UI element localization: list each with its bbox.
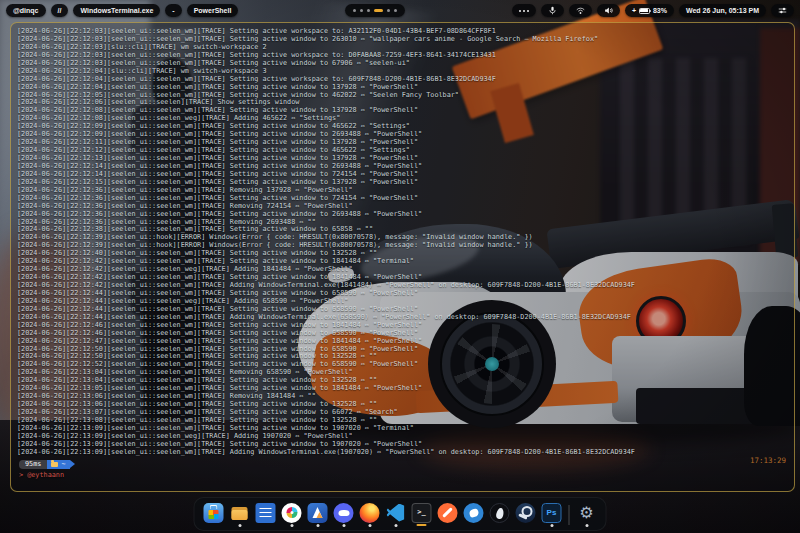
dock-item-store[interactable] (203, 503, 225, 527)
terminal-log-line: [2024-06-26][22:12:05][seelen_ui::seelen… (17, 92, 794, 100)
terminal-window[interactable]: [2024-06-26][22:12:03][seelen_ui::seelen… (10, 22, 795, 492)
workspace-dot[interactable] (360, 9, 363, 12)
terminal-log-line: [2024-06-26][22:13:09][seelen_ui::seelen… (17, 441, 794, 449)
terminal-log-line: [2024-06-26][22:12:36][seelen_ui::seelen… (17, 203, 794, 211)
toolbar-app-label: WindowsTerminal.exe (80, 7, 153, 14)
terminal-log-line: [2024-06-26][22:12:09][seelen_ui::seelen… (17, 123, 794, 131)
dock-item-postman[interactable] (437, 503, 459, 527)
dock-item-terminal[interactable]: >_ (411, 503, 433, 527)
workspace-dot[interactable] (374, 9, 383, 12)
prompt-symbol: > (19, 471, 23, 479)
desktop: @dinqc // WindowsTerminal.exe - PowerShe… (0, 0, 800, 533)
terminal-log-line: [2024-06-26][22:13:04][seelen_ui::seelen… (17, 369, 794, 377)
terminal-log-line: [2024-06-26][22:12:39][seelen_ui::hook][… (17, 242, 794, 250)
shell-prompt: 95ms ~ (19, 460, 794, 469)
quick-settings-button[interactable] (771, 4, 794, 17)
terminal-log-line: [2024-06-26][22:13:09][seelen_ui::seelen… (17, 433, 794, 441)
terminal-log-line: [2024-06-26][22:12:44][seelen_ui::seelen… (17, 298, 794, 306)
toolbar-app-pill-user[interactable]: @dinqc (6, 4, 46, 17)
terminal-log-line: [2024-06-26][22:12:03][seelen_ui::seelen… (17, 52, 794, 60)
terminal-log-line: [2024-06-26][22:12:39][seelen_ui::hook][… (17, 234, 794, 242)
workspace-switcher[interactable] (345, 4, 405, 17)
dock-item-arc[interactable] (307, 503, 329, 527)
tray-overflow-button[interactable] (512, 4, 536, 17)
slack-icon (282, 503, 302, 523)
terminal-log-line: [2024-06-26][22:13:06][seelen_ui::seelen… (17, 401, 794, 409)
prompt-path-badge: ~ (47, 460, 70, 469)
dock-item-paint[interactable] (463, 503, 485, 527)
obsidian-icon (490, 503, 510, 523)
volume-button[interactable] (597, 4, 620, 17)
workspace-dot[interactable] (367, 9, 370, 12)
toolbar-app-pill-process[interactable]: WindowsTerminal.exe (73, 4, 160, 17)
powerline-arrow-icon (70, 460, 75, 468)
workspace-dot[interactable] (387, 9, 390, 12)
prompt-user-line: > @eythaann (19, 471, 794, 479)
dock-item-photoshop[interactable]: Ps (541, 503, 563, 527)
dock-item-vscode[interactable] (385, 503, 407, 527)
dock-item-obsidian[interactable] (489, 503, 511, 527)
dock-item-firefox[interactable] (359, 503, 381, 527)
terminal-log-line: [2024-06-26][22:12:06][seelen_ui::seelen… (17, 99, 794, 107)
arc-icon (308, 503, 328, 523)
settings-icon (577, 503, 597, 523)
terminal-log-line: [2024-06-26][22:12:52][seelen_ui::seelen… (17, 361, 794, 369)
dock-item-slack[interactable] (281, 503, 303, 527)
dock-item-settings[interactable] (576, 503, 598, 527)
wifi-button[interactable] (569, 4, 592, 17)
datetime-button[interactable]: Wed 26 Jun, 05:13 PM (679, 4, 766, 17)
dock-item-discord[interactable] (333, 503, 355, 527)
toolbar-app-pill-sep2[interactable]: - (165, 4, 181, 17)
app-icon-glyph: >_ (417, 509, 425, 516)
terminal-log-line: [2024-06-26][22:12:04][seelen_ui::seelen… (17, 84, 794, 92)
toolbar-app-label: PowerShell (194, 7, 232, 14)
vscode-icon (386, 503, 406, 523)
running-indicator (472, 524, 475, 527)
terminal-log-line: [2024-06-26][22:12:03][seelen_ui::seelen… (17, 60, 794, 68)
terminal-log-line: [2024-06-26][22:13:07][seelen_ui::seelen… (17, 409, 794, 417)
photoshop-icon: Ps (542, 503, 562, 523)
terminal-log-line: [2024-06-26][22:12:36][seelen_ui::seelen… (17, 187, 794, 195)
terminal-log-line: [2024-06-26][22:12:03][seelen_ui::seelen… (17, 36, 794, 44)
terminal-log-line: [2024-06-26][22:12:11][seelen_ui::seelen… (17, 139, 794, 147)
terminal-log-line: [2024-06-26][22:12:42][seelen_ui::seelen… (17, 266, 794, 274)
file-explorer-icon (230, 503, 250, 523)
dock-item-file-explorer[interactable] (229, 503, 251, 527)
toolbar-app-pill-window[interactable]: PowerShell (187, 4, 239, 17)
running-indicator (212, 524, 215, 527)
microphone-icon (548, 6, 557, 15)
fancy-toolbar: @dinqc // WindowsTerminal.exe - PowerShe… (0, 2, 800, 19)
terminal-log-line: [2024-06-26][22:12:36][seelen_ui::seelen… (17, 219, 794, 227)
workspace-dot[interactable] (353, 9, 356, 12)
terminal-log-line: [2024-06-26][22:12:50][seelen_ui::seelen… (17, 346, 794, 354)
terminal-log-line: [2024-06-26][22:12:04][slu::cli][TRACE] … (17, 68, 794, 76)
terminal-log-line: [2024-06-26][22:12:15][seelen_ui::seelen… (17, 179, 794, 187)
window-breadcrumb: @dinqc // WindowsTerminal.exe - PowerShe… (6, 4, 238, 17)
microphone-button[interactable] (541, 4, 564, 17)
dock-item-separator[interactable] (567, 505, 572, 525)
running-indicator (524, 524, 527, 527)
terminal-log-line: [2024-06-26][22:12:14][seelen_ui::seelen… (17, 171, 794, 179)
dock-item-steam[interactable] (515, 503, 537, 527)
battery-button[interactable]: + 83% (625, 4, 674, 17)
running-indicator (342, 524, 345, 527)
terminal-log-line: [2024-06-26][22:12:13][seelen_ui::seelen… (17, 155, 794, 163)
terminal-log-line: [2024-06-26][22:12:42][seelen_ui::seelen… (17, 282, 794, 290)
workspace-dot[interactable] (394, 9, 397, 12)
terminal-log-line: [2024-06-26][22:13:09][seelen_ui::seelen… (17, 449, 794, 457)
prompt-cwd: ~ (61, 460, 65, 468)
toolbar-app-pill-sep1[interactable]: // (51, 4, 69, 17)
terminal-log-line: [2024-06-26][22:12:42][seelen_ui::seelen… (17, 258, 794, 266)
terminal-log-line: [2024-06-26][22:12:03][slu::cli][TRACE] … (17, 44, 794, 52)
running-indicator (446, 524, 449, 527)
steam-icon (516, 503, 536, 523)
terminal-log-line: [2024-06-26][22:13:08][seelen_ui::seelen… (17, 417, 794, 425)
terminal-log-line: [2024-06-26][22:12:46][seelen_ui::seelen… (17, 330, 794, 338)
running-indicator (417, 524, 427, 527)
toolbar-app-label: // (58, 7, 62, 14)
dock-item-notepad[interactable] (255, 503, 277, 527)
terminal-log-line: [2024-06-26][22:12:44][seelen_ui::seelen… (17, 314, 794, 322)
terminal-log-line: [2024-06-26][22:12:03][seelen_ui::seelen… (17, 28, 794, 36)
terminal-log-line: [2024-06-26][22:12:36][seelen_ui::seelen… (17, 195, 794, 203)
postman-icon (438, 503, 458, 523)
